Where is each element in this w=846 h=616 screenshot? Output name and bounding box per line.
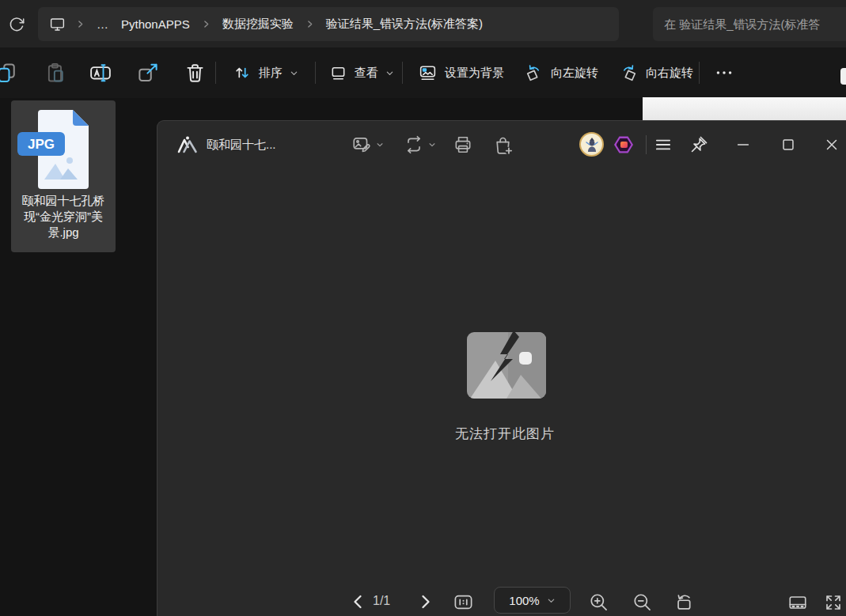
delete-button[interactable] bbox=[180, 60, 210, 85]
close-icon bbox=[823, 136, 840, 153]
error-message: 无法打开此图片 bbox=[161, 425, 846, 443]
extension-glyph bbox=[620, 142, 628, 148]
breadcrumb: … PythonAPPS 数据挖掘实验 验证结果_错误方法(标准答案) bbox=[38, 7, 619, 41]
rename-button[interactable] bbox=[85, 60, 116, 85]
rotate-icon bbox=[674, 591, 696, 613]
set-background-icon bbox=[418, 63, 438, 83]
chevron-down-icon bbox=[290, 69, 298, 77]
share-icon bbox=[136, 61, 160, 85]
chevron-down-icon bbox=[428, 141, 436, 149]
rotate-right-label: 向右旋转 bbox=[646, 66, 693, 81]
fullscreen-button[interactable] bbox=[821, 591, 846, 614]
sort-icon bbox=[233, 63, 252, 82]
save-copy-button[interactable] bbox=[492, 133, 514, 157]
paste-icon bbox=[44, 62, 66, 84]
paste-button[interactable] bbox=[41, 60, 70, 85]
fullscreen-icon bbox=[824, 593, 843, 612]
breadcrumb-item-results[interactable]: 验证结果_错误方法(标准答案) bbox=[324, 15, 484, 33]
rotate-left-button[interactable]: 向左旋转 bbox=[521, 60, 601, 85]
toolbar-divider bbox=[315, 62, 316, 84]
edit-image-button[interactable] bbox=[351, 133, 384, 157]
pin-icon bbox=[689, 134, 709, 155]
maximize-icon bbox=[780, 136, 797, 153]
extension-badge[interactable] bbox=[614, 136, 633, 153]
file-item[interactable]: JPG 颐和园十七孔桥 现“金光穿洞”美 景.jpg bbox=[11, 100, 116, 252]
zoom-level-value: 100% bbox=[509, 594, 539, 607]
background-window-strip[interactable] bbox=[643, 97, 846, 120]
breadcrumb-item-pythonapps[interactable]: PythonAPPS bbox=[120, 16, 192, 32]
zoom-level-dropdown[interactable]: 100% bbox=[494, 587, 571, 614]
next-image-button[interactable] bbox=[412, 589, 438, 614]
hamburger-menu-icon bbox=[653, 134, 673, 155]
photos-titlebar: 颐和园十七... bbox=[157, 121, 846, 168]
bag-plus-icon bbox=[492, 134, 514, 156]
jpg-file-icon: JPG bbox=[32, 108, 95, 191]
zoom-out-icon bbox=[632, 591, 653, 613]
rename-icon bbox=[89, 61, 112, 85]
refresh-icon bbox=[8, 16, 25, 33]
chevron-right-icon bbox=[201, 19, 211, 29]
set-background-label: 设置为背景 bbox=[445, 66, 504, 81]
close-button[interactable] bbox=[817, 133, 846, 157]
page-indicator: 1/1 bbox=[373, 594, 390, 608]
menu-button[interactable] bbox=[653, 133, 673, 157]
file-name: 颐和园十七孔桥 现“金光穿洞”美 景.jpg bbox=[11, 193, 116, 240]
rotate-left-icon bbox=[524, 63, 544, 83]
titlebar-divider bbox=[646, 135, 647, 154]
maximize-button[interactable] bbox=[773, 133, 803, 157]
photos-window: 颐和园十七... bbox=[157, 120, 846, 616]
refresh-button[interactable] bbox=[8, 15, 27, 34]
filmstrip-icon bbox=[787, 592, 808, 613]
edit-image-icon bbox=[351, 134, 372, 155]
chevron-right-icon bbox=[75, 19, 85, 29]
rotate-image-button[interactable] bbox=[672, 589, 697, 614]
this-pc-icon[interactable] bbox=[49, 16, 66, 32]
set-background-button[interactable]: 设置为背景 bbox=[415, 60, 507, 85]
search-input[interactable] bbox=[664, 17, 846, 31]
view-label: 查看 bbox=[355, 66, 378, 81]
print-button[interactable] bbox=[453, 133, 473, 157]
search-box[interactable] bbox=[653, 7, 846, 41]
minimize-icon bbox=[734, 136, 752, 153]
zoom-out-button[interactable] bbox=[629, 589, 654, 614]
breadcrumb-ellipsis[interactable]: … bbox=[95, 16, 110, 32]
delete-icon bbox=[184, 62, 207, 85]
view-icon bbox=[329, 64, 347, 82]
share-button[interactable] bbox=[133, 60, 163, 85]
account-avatar[interactable] bbox=[579, 132, 604, 157]
more-icon bbox=[714, 62, 734, 83]
rotate-right-icon bbox=[619, 63, 639, 83]
slideshow-loop-icon bbox=[404, 134, 424, 155]
copy-icon bbox=[0, 61, 19, 85]
breadcrumb-item-datamining[interactable]: 数据挖掘实验 bbox=[221, 15, 295, 33]
pin-button[interactable] bbox=[689, 133, 709, 157]
chevron-left-icon bbox=[349, 592, 368, 611]
filmstrip-toggle-button[interactable] bbox=[785, 591, 810, 614]
toolbar-divider bbox=[402, 62, 403, 84]
minimize-button[interactable] bbox=[728, 133, 758, 157]
toolbar-divider bbox=[215, 62, 216, 84]
print-icon bbox=[453, 134, 473, 155]
broken-image-icon bbox=[467, 332, 546, 399]
view-button[interactable]: 查看 bbox=[326, 60, 397, 85]
photos-app-logo-icon bbox=[176, 134, 199, 155]
zoom-in-button[interactable] bbox=[586, 589, 611, 614]
photos-window-title: 颐和园十七... bbox=[207, 138, 276, 153]
copy-button[interactable] bbox=[0, 60, 22, 85]
actual-size-icon bbox=[453, 591, 474, 613]
chevron-down-icon bbox=[376, 141, 384, 149]
jpg-badge-label: JPG bbox=[28, 137, 55, 152]
chevron-down-icon bbox=[547, 596, 556, 605]
chevron-right-icon bbox=[415, 592, 434, 611]
previous-image-button[interactable] bbox=[346, 589, 371, 614]
sort-button[interactable]: 排序 bbox=[230, 60, 302, 85]
rotate-right-button[interactable]: 向右旋转 bbox=[616, 60, 696, 85]
slideshow-button[interactable] bbox=[404, 133, 436, 157]
rotate-left-label: 向左旋转 bbox=[551, 66, 598, 81]
more-options-button[interactable] bbox=[711, 60, 738, 85]
actual-size-button[interactable] bbox=[450, 589, 476, 614]
zoom-in-icon bbox=[588, 591, 609, 613]
extension-badge-inner bbox=[616, 138, 632, 152]
toolbar-divider bbox=[699, 62, 700, 84]
chevron-right-icon bbox=[305, 19, 315, 29]
